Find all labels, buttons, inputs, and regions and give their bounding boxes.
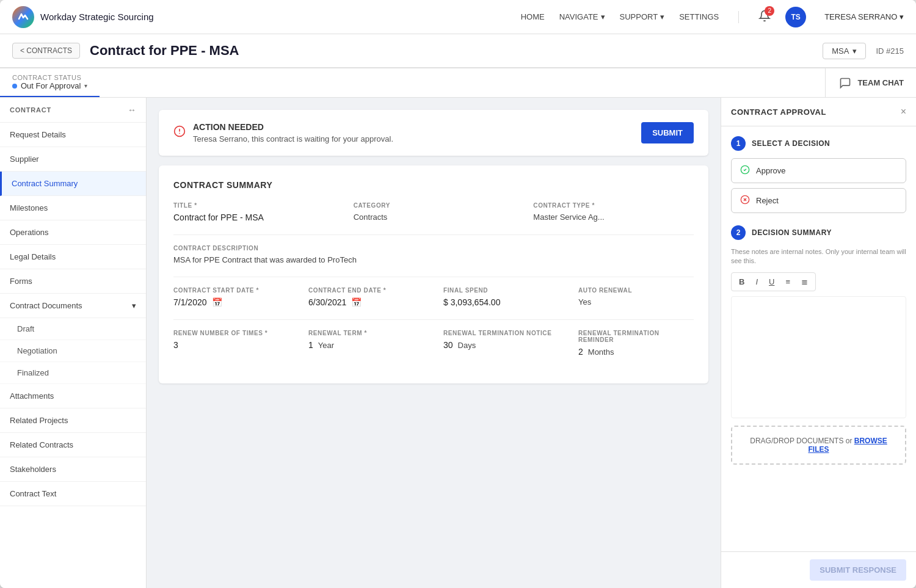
contract-type-field: CONTRACT TYPE * Master Service Ag... (533, 202, 694, 222)
renewal-termination-value: 30 (443, 340, 453, 350)
decision-summary-textarea[interactable] (731, 296, 906, 418)
end-date-value-row: 6/30/2021 📅 (308, 297, 424, 307)
title-value: Contract for PPE - MSA (173, 212, 334, 222)
app-logo (12, 6, 34, 28)
nav-home[interactable]: HOME (521, 12, 545, 21)
step1-badge: 1 (731, 136, 746, 151)
sidebar-collapse-icon[interactable]: ↔ (128, 105, 136, 115)
notification-button[interactable]: 2 (758, 10, 771, 24)
renewal-termination-reminder-field: RENEWAL TERMINATION REMINDER 2 Months (578, 330, 694, 357)
approve-icon (740, 165, 750, 176)
end-date-label: CONTRACT END DATE * (308, 287, 424, 294)
sidebar-item-related-projects[interactable]: Related Projects (0, 408, 146, 433)
divider-2 (173, 277, 694, 277)
panel-title: CONTRACT APPROVAL (731, 107, 826, 117)
dates-row: CONTRACT START DATE * 7/1/2020 📅 CONTRAC… (173, 287, 694, 307)
title-category-row: TITLE * Contract for PPE - MSA CATEGORY … (173, 202, 694, 222)
sidebar-item-finalized[interactable]: Finalized (0, 362, 146, 384)
step1-header: 1 SELECT A DECISION (731, 136, 906, 151)
panel-close-icon[interactable]: × (901, 106, 906, 117)
renewal-termination-field: RENEWAL TERMINATION NOTICE 30 Days (443, 330, 559, 357)
step2-header: 2 DECISION SUMMARY (731, 225, 906, 240)
panel-header: CONTRACT APPROVAL × (721, 98, 916, 126)
app-title: Workday Strategic Sourcing (40, 12, 154, 22)
renewal-term-field: RENEWAL TERM * 1 Year (308, 330, 424, 357)
sidebar-item-stakeholders[interactable]: Stakeholders (0, 457, 146, 482)
page-header: < CONTRACTS Contract for PPE - MSA MSA ▾… (0, 34, 916, 68)
team-chat-button[interactable]: TEAM CHAT (825, 68, 916, 97)
nav-settings[interactable]: SETTINGS (679, 12, 719, 21)
action-needed-message: Teresa Serrano, this contract is waiting… (193, 134, 393, 143)
text-formatting-toolbar: B I U ≡ ≣ (731, 272, 816, 291)
file-drop-zone[interactable]: DRAG/DROP DOCUMENTS or BROWSE FILES (731, 426, 906, 465)
sidebar-header: CONTRACT ↔ (0, 98, 146, 123)
sidebar-item-milestones[interactable]: Milestones (0, 196, 146, 220)
contract-documents-chevron-icon: ▾ (132, 301, 136, 310)
contract-type-dropdown[interactable]: MSA ▾ (823, 43, 866, 59)
end-date-calendar-icon[interactable]: 📅 (351, 297, 362, 307)
renewal-term-value-row: 1 Year (308, 340, 424, 350)
sidebar-item-forms[interactable]: Forms (0, 269, 146, 294)
sidebar-item-legal-details[interactable]: Legal Details (0, 245, 146, 269)
support-chevron-icon: ▾ (660, 12, 664, 21)
sidebar-item-negotiation[interactable]: Negotiation (0, 340, 146, 362)
nav-links: HOME NAVIGATE ▾ SUPPORT ▾ SETTINGS 2 TS … (521, 7, 904, 27)
page-title: Contract for PPE - MSA (90, 43, 813, 59)
category-field: CATEGORY Contracts (354, 202, 514, 222)
submit-button[interactable]: SUBMIT (641, 122, 694, 143)
navigate-chevron-icon: ▾ (601, 12, 605, 21)
sidebar-item-related-contracts[interactable]: Related Contracts (0, 433, 146, 457)
action-needed-text: ACTION NEEDED Teresa Serrano, this contr… (193, 122, 393, 143)
start-date-label: CONTRACT START DATE * (173, 287, 289, 294)
renewal-term-value: 1 (308, 340, 313, 350)
bold-button[interactable]: B (734, 275, 749, 288)
title-field: TITLE * Contract for PPE - MSA (173, 202, 334, 222)
italic-button[interactable]: I (751, 275, 763, 288)
final-spend-field: FINAL SPEND $ 3,093,654.00 (443, 287, 559, 307)
sidebar-item-contract-text[interactable]: Contract Text (0, 482, 146, 506)
renewal-termination-reminder-value-row: 2 Months (578, 347, 694, 357)
sidebar-item-attachments[interactable]: Attachments (0, 384, 146, 408)
submit-response-button[interactable]: SUBMIT RESPONSE (810, 559, 906, 581)
reject-option[interactable]: Reject (731, 188, 906, 213)
end-date-field: CONTRACT END DATE * 6/30/2021 📅 (308, 287, 424, 307)
sidebar-item-contract-summary[interactable]: Contract Summary (0, 172, 146, 196)
user-avatar[interactable]: TS (785, 7, 806, 27)
sidebar-item-supplier[interactable]: Supplier (0, 147, 146, 172)
sidebar: CONTRACT ↔ Request Details Supplier Cont… (0, 98, 147, 588)
approve-option[interactable]: Approve (731, 158, 906, 183)
nav-divider (738, 11, 739, 23)
back-to-contracts-button[interactable]: < CONTRACTS (12, 43, 80, 59)
start-date-calendar-icon[interactable]: 📅 (212, 297, 222, 307)
contract-id: ID #215 (876, 46, 904, 56)
reject-icon (740, 195, 750, 206)
sidebar-item-contract-documents[interactable]: Contract Documents ▾ (0, 294, 146, 318)
action-needed-icon (173, 125, 186, 140)
svg-point-2 (179, 133, 180, 134)
renewal-termination-label: RENEWAL TERMINATION NOTICE (443, 330, 559, 336)
content-area: ACTION NEEDED Teresa Serrano, this contr… (147, 98, 721, 588)
panel-footer: SUBMIT RESPONSE (721, 551, 916, 588)
ordered-list-button[interactable]: ≣ (796, 275, 813, 288)
title-label: TITLE * (173, 202, 334, 209)
contract-status-section[interactable]: CONTRACT STATUS Out For Approval ▾ (0, 68, 100, 97)
drop-zone-text: DRAG/DROP DOCUMENTS or (750, 437, 854, 445)
final-spend-label: FINAL SPEND (443, 287, 559, 294)
sidebar-item-draft[interactable]: Draft (0, 318, 146, 340)
nav-navigate[interactable]: NAVIGATE ▾ (559, 12, 605, 21)
renewal-term-unit: Year (318, 341, 334, 350)
status-chevron-icon: ▾ (84, 82, 87, 89)
contract-summary-card: CONTRACT SUMMARY TITLE * Contract for PP… (159, 165, 708, 383)
panel-body: 1 SELECT A DECISION Approve (721, 126, 916, 551)
sidebar-item-request-details[interactable]: Request Details (0, 123, 146, 147)
renew-number-label: RENEW NUMBER OF TIMES * (173, 330, 289, 336)
nav-support[interactable]: SUPPORT ▾ (620, 12, 665, 21)
start-date-value-row: 7/1/2020 📅 (173, 297, 289, 307)
sidebar-title: CONTRACT (10, 106, 51, 114)
underline-button[interactable]: U (764, 275, 779, 288)
unordered-list-button[interactable]: ≡ (780, 275, 795, 288)
contract-type-value: Master Service Ag... (533, 212, 694, 222)
sidebar-item-operations[interactable]: Operations (0, 220, 146, 245)
user-name[interactable]: TERESA SERRANO ▾ (824, 12, 904, 21)
step1-title: SELECT A DECISION (752, 139, 830, 148)
